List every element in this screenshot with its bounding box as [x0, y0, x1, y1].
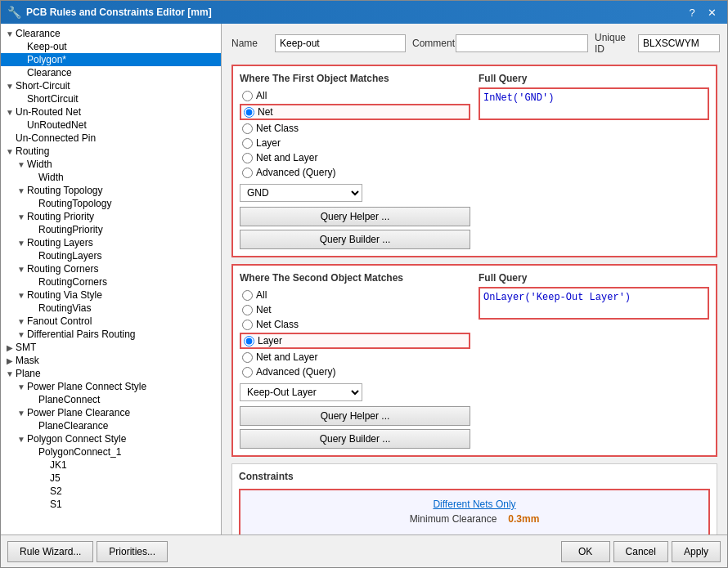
constraints-section: Constraints Different Nets Only Minimum … — [231, 463, 717, 534]
tree-label-planeconnect: PlaneConnect — [38, 394, 100, 405]
tree-item-routing-priority[interactable]: ▼Routing Priority — [1, 210, 221, 223]
title-bar-left: 🔧 PCB Rules and Constraints Editor [mm] — [7, 6, 212, 19]
tree-item-power-plane-clearance[interactable]: ▼Power Plane Clearance — [1, 406, 221, 419]
tree-label-routingtopology: RoutingTopology — [38, 198, 111, 209]
tree-item-routingvias[interactable]: RoutingVias — [1, 302, 221, 315]
tree-item-mask[interactable]: ▶Mask — [1, 354, 221, 367]
tree-item-clearance-child[interactable]: Clearance — [1, 66, 221, 79]
tree-label-clearance-child: Clearance — [27, 67, 72, 78]
radio-fo-advanced[interactable]: Advanced (Query) — [240, 166, 470, 179]
tree-item-routinglayers[interactable]: RoutingLayers — [1, 249, 221, 262]
radio-fo-layer[interactable]: Layer — [240, 136, 470, 150]
tree-item-un-connected-pin[interactable]: Un-Connected Pin — [1, 132, 221, 145]
tree-item-keep-out[interactable]: Keep-out — [1, 40, 221, 53]
tree-label-smt: SMT — [16, 342, 36, 353]
tree-label-power-plane-connect: Power Plane Connect Style — [27, 381, 146, 392]
name-input[interactable] — [275, 34, 406, 52]
tree-label-planeclearance: PlaneClearance — [38, 420, 108, 432]
tree-label-jk1: JK1 — [50, 459, 67, 471]
second-object-query-helper-btn[interactable]: Query Helper ... — [240, 406, 470, 426]
tree-item-un-routed-net[interactable]: ▼Un-Routed Net — [1, 105, 221, 119]
first-object-query-builder-btn[interactable]: Query Builder ... — [240, 230, 470, 249]
tree-item-routing-corners[interactable]: ▼Routing Corners — [1, 262, 221, 275]
tree-item-polygonconnect1[interactable]: PolygonConnect_1 — [1, 445, 221, 458]
first-object-dropdown-row: GNDVCC+3.3V+5VGND_ANALOG — [240, 184, 470, 202]
help-button[interactable]: ? — [683, 5, 701, 20]
first-object-query-box[interactable]: InNet('GND') — [479, 87, 709, 120]
rule-wizard-btn[interactable]: Rule Wizard... — [7, 541, 93, 562]
tree-item-routing-layers[interactable]: ▼Routing Layers — [1, 236, 221, 249]
tree-item-unroutednet[interactable]: UnRoutedNet — [1, 119, 221, 132]
tree-toggle-routing-via-style: ▼ — [16, 291, 27, 300]
second-object-query-builder-btn[interactable]: Query Builder ... — [240, 429, 470, 449]
uniqueid-input[interactable] — [638, 34, 720, 52]
tree-item-routing-topology[interactable]: ▼Routing Topology — [1, 184, 221, 197]
first-object-title: Where The First Object Matches — [240, 73, 470, 84]
tree-item-shortcircuit[interactable]: ShortCircuit — [1, 92, 221, 105]
tree-label-un-routed-net: Un-Routed Net — [16, 106, 81, 118]
tree-item-polygon[interactable]: Polygon* — [1, 53, 221, 66]
title-bar-buttons: ? ✕ — [683, 5, 721, 20]
tree-item-width[interactable]: ▼Width — [1, 158, 221, 171]
tree-label-routingvias: RoutingVias — [38, 302, 92, 314]
tree-item-width-child[interactable]: Width — [1, 171, 221, 184]
second-object-dropdown[interactable]: Keep-Out LayerTop LayerBottom LayerMid-L… — [240, 383, 362, 401]
tree-item-plane[interactable]: ▼Plane — [1, 367, 221, 380]
second-object-radios: AllNetNet ClassLayerNet and LayerAdvance… — [240, 288, 470, 378]
tree-item-planeclearance[interactable]: PlaneClearance — [1, 419, 221, 432]
radio-fo-netclass[interactable]: Net Class — [240, 122, 470, 135]
tree-item-power-plane-connect[interactable]: ▼Power Plane Connect Style — [1, 380, 221, 393]
tree-item-polygon-connect[interactable]: ▼Polygon Connect Style — [1, 432, 221, 445]
tree-item-jk1[interactable]: JK1 — [1, 458, 221, 472]
tree-label-keep-out: Keep-out — [27, 41, 67, 52]
radio-so-advanced[interactable]: Advanced (Query) — [240, 365, 470, 378]
radio-so-netclass[interactable]: Net Class — [240, 318, 470, 331]
tree-item-routingpriority[interactable]: RoutingPriority — [1, 223, 221, 236]
tree-label-routing: Routing — [16, 145, 49, 157]
radio-so-net[interactable]: Net — [240, 303, 470, 316]
tree-item-s1[interactable]: S1 — [1, 498, 221, 511]
min-clearance-label: Minimum Clearance — [410, 513, 497, 525]
tree-item-j5[interactable]: J5 — [1, 472, 221, 485]
radio-fo-netandlayer[interactable]: Net and Layer — [240, 151, 470, 164]
tree-item-routingtopology[interactable]: RoutingTopology — [1, 197, 221, 210]
tree-item-fanout-control[interactable]: ▼Fanout Control — [1, 315, 221, 328]
tree-item-routing[interactable]: ▼Routing — [1, 145, 221, 158]
priorities-btn[interactable]: Priorities... — [97, 541, 168, 562]
cancel-btn[interactable]: Cancel — [613, 541, 668, 562]
tree-toggle-polygon-connect: ▼ — [16, 435, 27, 444]
comment-input[interactable] — [456, 34, 588, 52]
radio-fo-net[interactable]: Net — [240, 104, 470, 120]
tree-item-diff-pairs[interactable]: ▼Differential Pairs Routing — [1, 328, 221, 341]
tree-label-short-circuit: Short-Circuit — [16, 80, 70, 92]
first-object-dropdown[interactable]: GNDVCC+3.3V+5VGND_ANALOG — [240, 184, 362, 202]
tree-label-routing-topology: Routing Topology — [27, 185, 103, 196]
tree-item-clearance-root[interactable]: ▼Clearance — [1, 27, 221, 40]
tree-item-planeconnect[interactable]: PlaneConnect — [1, 393, 221, 406]
first-object-content: Where The First Object Matches AllNetNet… — [240, 73, 709, 249]
first-object-match-col: Where The First Object Matches AllNetNet… — [240, 73, 470, 249]
radio-fo-all[interactable]: All — [240, 89, 470, 102]
tree-label-polygon-connect: Polygon Connect Style — [27, 433, 126, 445]
radio-so-layer[interactable]: Layer — [240, 333, 470, 349]
radio-so-netandlayer[interactable]: Net and Layer — [240, 351, 470, 364]
tree-label-polygonconnect1: PolygonConnect_1 — [38, 446, 121, 458]
tree-item-short-circuit[interactable]: ▼Short-Circuit — [1, 79, 221, 92]
first-object-query-helper-btn[interactable]: Query Helper ... — [240, 207, 470, 226]
tree-item-smt[interactable]: ▶SMT — [1, 341, 221, 354]
ok-btn[interactable]: OK — [561, 541, 610, 562]
tree-label-j5: J5 — [50, 472, 61, 484]
tree-toggle-routing-layers: ▼ — [16, 239, 27, 248]
close-button[interactable]: ✕ — [703, 5, 721, 20]
radio-so-all[interactable]: All — [240, 288, 470, 302]
tree-label-clearance-root: Clearance — [16, 28, 61, 39]
tree-item-routing-via-style[interactable]: ▼Routing Via Style — [1, 288, 221, 302]
bottom-bar: Rule Wizard... Priorities... OK Cancel A… — [1, 534, 727, 567]
first-object-full-query-label: Full Query — [479, 73, 709, 84]
tree-item-routingcorners[interactable]: RoutingCorners — [1, 275, 221, 288]
apply-btn[interactable]: Apply — [672, 541, 721, 562]
second-object-query-box[interactable]: OnLayer('Keep-Out Layer') — [479, 287, 709, 320]
tree-toggle-routing-topology: ▼ — [16, 186, 27, 195]
tree-label-routing-layers: Routing Layers — [27, 237, 93, 248]
tree-item-s2[interactable]: S2 — [1, 485, 221, 498]
